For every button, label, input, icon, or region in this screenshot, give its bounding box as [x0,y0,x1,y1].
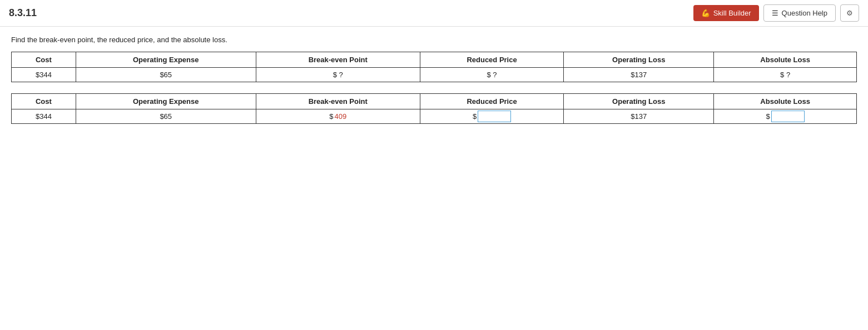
answer-table-row: $344 $65 $ 409 $ $137 $ [12,109,857,124]
break-even-dollar-sign: $ [329,112,333,121]
ref-col-break-even: Break-even Point [256,52,420,68]
absolute-loss-input-wrapper: $ [716,111,854,122]
ref-col-reduced-price: Reduced Price [420,52,563,68]
ref-col-operating-loss: Operating Loss [564,52,714,68]
reference-table-row: $344 $65 $ ? $ ? $137 $ ? [12,68,857,82]
instruction-text: Find the break-even point, the reduced p… [11,36,857,44]
ans-col-break-even: Break-even Point [256,94,420,109]
absolute-loss-input[interactable] [771,111,805,122]
ref-col-absolute-loss: Absolute Loss [714,52,857,68]
reduced-price-dollar-sign: $ [473,112,477,121]
ref-cost-value: $344 [12,68,76,82]
gear-icon: ⚙ [846,9,853,17]
ref-operating-loss-value: $137 [564,68,714,82]
reduced-price-input-wrapper: $ [423,111,561,122]
skill-builder-icon: 💪 [701,9,710,17]
skill-builder-button[interactable]: 💪 Skill Builder [693,5,759,21]
app-header: 8.3.11 💪 Skill Builder ☰ Question Help ⚙ [0,0,868,27]
question-help-label: Question Help [782,9,827,17]
absolute-loss-dollar-sign: $ [766,112,770,121]
skill-builder-label: Skill Builder [713,9,751,17]
ans-absolute-loss-cell: $ [714,109,857,124]
reference-table: Cost Operating Expense Break-even Point … [11,52,857,82]
ans-col-operating-expense: Operating Expense [76,94,256,109]
page-title: 8.3.11 [9,7,37,19]
ans-operating-loss-value: $137 [564,109,714,124]
ans-col-operating-loss: Operating Loss [564,94,714,109]
question-help-button[interactable]: ☰ Question Help [763,4,836,22]
answer-table: Cost Operating Expense Break-even Point … [11,93,857,124]
header-actions: 💪 Skill Builder ☰ Question Help ⚙ [693,4,859,22]
ref-absolute-loss-value: $ ? [714,68,857,82]
reference-table-header-row: Cost Operating Expense Break-even Point … [12,52,857,68]
ans-col-reduced-price: Reduced Price [420,94,563,109]
ref-operating-expense-value: $65 [76,68,256,82]
ans-cost-value: $344 [12,109,76,124]
break-even-filled-value: 409 [334,112,346,121]
reduced-price-input[interactable] [478,111,511,122]
main-content: Find the break-even point, the reduced p… [0,27,868,144]
ref-col-cost: Cost [12,52,76,68]
settings-button[interactable]: ⚙ [840,4,859,22]
ans-operating-expense-value: $65 [76,109,256,124]
break-even-input-wrapper: $ 409 [259,112,418,121]
ans-reduced-price-cell: $ [420,109,563,124]
ans-break-even-cell: $ 409 [256,109,420,124]
list-icon: ☰ [772,9,778,17]
ref-col-operating-expense: Operating Expense [76,52,256,68]
ref-reduced-price-value: $ ? [420,68,563,82]
ans-col-absolute-loss: Absolute Loss [714,94,857,109]
ref-break-even-value: $ ? [256,68,420,82]
answer-table-header-row: Cost Operating Expense Break-even Point … [12,94,857,109]
ans-col-cost: Cost [12,94,76,109]
